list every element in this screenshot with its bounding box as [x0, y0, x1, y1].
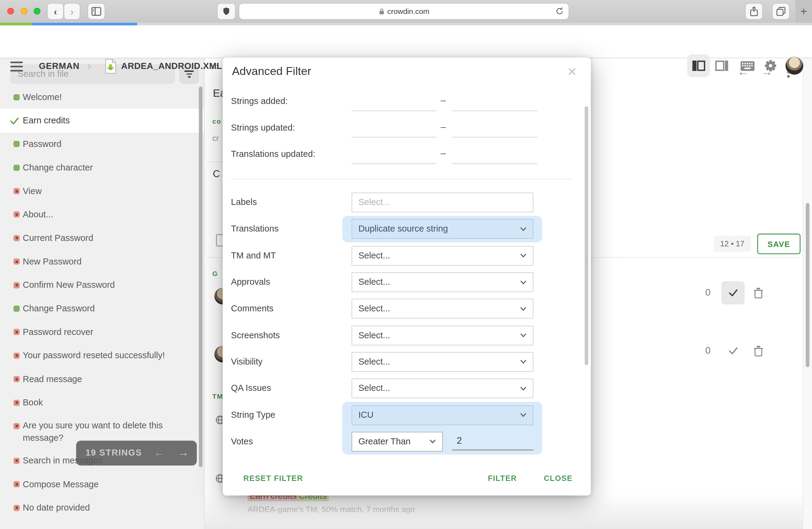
gear-icon	[764, 59, 778, 73]
progress-segment-blue	[32, 23, 137, 25]
range-dash: –	[441, 95, 446, 106]
status-bullet-icon	[14, 352, 20, 359]
main-scrollbar-thumb[interactable]	[806, 203, 809, 367]
filter-select[interactable]: Select...	[352, 379, 533, 398]
approve-button[interactable]	[721, 281, 744, 304]
date-range-label: Strings added:	[231, 97, 288, 107]
window-zoom-button[interactable]	[33, 8, 40, 15]
list-item[interactable]: Confirm New Password	[0, 274, 204, 297]
list-item-label: Welcome!	[23, 86, 62, 108]
list-item[interactable]: New Password	[0, 250, 204, 274]
settings-button[interactable]	[759, 55, 782, 77]
window-close-button[interactable]	[7, 8, 14, 15]
filter-select[interactable]: Select...	[352, 299, 533, 319]
chevron-down-icon	[520, 360, 527, 364]
approve-button[interactable]	[721, 339, 744, 363]
modal-title: Advanced Filter	[232, 65, 311, 78]
progress-segment-green	[0, 23, 32, 25]
sidebar-scrollbar[interactable]	[199, 86, 203, 467]
list-item-label: Current Password	[23, 227, 93, 250]
list-item[interactable]: About...	[0, 203, 204, 226]
modal-close-icon[interactable]: ×	[567, 64, 577, 79]
user-avatar[interactable]	[786, 57, 803, 74]
filter-row-label: Labels	[231, 197, 257, 208]
filter-row: VisibilitySelect...	[223, 349, 591, 375]
list-item[interactable]: Read message	[0, 368, 204, 391]
delete-button[interactable]	[753, 287, 764, 299]
close-button[interactable]: CLOSE	[544, 474, 572, 483]
window-minimize-button[interactable]	[21, 8, 28, 15]
list-item[interactable]: Your password reseted successfully!	[0, 344, 204, 368]
save-button[interactable]: SAVE	[757, 234, 800, 254]
refresh-button[interactable]	[555, 6, 565, 16]
keyboard-icon	[740, 61, 754, 71]
filter-row-label: Comments	[231, 304, 274, 314]
date-to-input[interactable]	[452, 145, 537, 164]
delete-button[interactable]	[753, 345, 764, 357]
list-item[interactable]: Password	[0, 132, 204, 156]
tabs-overview-button[interactable]	[773, 4, 789, 19]
next-string-arrow-icon[interactable]: →	[178, 447, 189, 458]
translation-row: 0	[702, 281, 800, 304]
filter-select[interactable]: Select...	[352, 326, 533, 345]
previous-string-arrow-icon[interactable]: ←	[154, 447, 165, 458]
filter-control-zone: Select...	[342, 189, 542, 216]
back-chevron-icon: ‹	[54, 6, 57, 16]
vote-count: 0	[702, 288, 714, 298]
list-item[interactable]: Current Password	[0, 226, 204, 250]
breadcrumb-language[interactable]: GERMAN	[39, 61, 79, 71]
keyboard-shortcuts-button[interactable]	[736, 55, 758, 77]
modal-scrollbar[interactable]	[585, 106, 588, 365]
filter-select[interactable]: Select...	[352, 246, 533, 265]
status-bullet-icon	[14, 458, 20, 464]
list-item[interactable]: Earn credits	[0, 109, 204, 132]
votes-value-input[interactable]: 2	[452, 433, 533, 451]
date-to-input[interactable]	[452, 93, 537, 112]
breadcrumb-file-name[interactable]: ARDEA_ANDROID.XML	[121, 61, 222, 71]
browser-back-button[interactable]: ‹	[48, 4, 63, 19]
list-item[interactable]: Welcome!	[0, 86, 204, 109]
filter-select[interactable]: Select...	[352, 352, 533, 372]
url-bar[interactable]: crowdin.com	[239, 4, 568, 19]
list-item[interactable]: Book	[0, 391, 204, 414]
list-item[interactable]: View	[0, 179, 204, 203]
list-item-label: Change character	[23, 157, 92, 179]
range-dash: –	[441, 121, 446, 132]
list-item[interactable]: No date provided	[0, 496, 204, 520]
select-value: ICU	[358, 410, 373, 420]
layout-side-by-side-button[interactable]	[687, 55, 710, 77]
share-button[interactable]	[746, 4, 763, 19]
browser-sidebar-button[interactable]	[88, 4, 105, 19]
new-tab-button[interactable]: +	[795, 0, 812, 23]
share-icon	[748, 6, 760, 17]
date-from-input[interactable]	[352, 119, 436, 138]
date-range-label: Translations updated:	[231, 149, 315, 159]
filter-button[interactable]: FILTER	[488, 474, 517, 483]
filter-select[interactable]: Select...	[352, 273, 533, 292]
date-from-input[interactable]	[352, 93, 436, 112]
modal-footer: RESET FILTER FILTER CLOSE	[223, 461, 591, 496]
list-item-label: Confirm New Password	[23, 274, 115, 296]
votes-row: VotesGreater Than2	[223, 428, 591, 455]
browser-forward-button[interactable]: ›	[64, 4, 79, 19]
filter-select[interactable]: Duplicate source string	[352, 219, 533, 239]
status-bullet-icon	[14, 376, 20, 382]
privacy-shield-button[interactable]	[217, 4, 235, 19]
select-value: Greater Than	[358, 437, 410, 447]
votes-operator-select[interactable]: Greater Than	[352, 432, 443, 451]
reset-filter-button[interactable]: RESET FILTER	[243, 474, 303, 483]
date-from-input[interactable]	[352, 145, 436, 164]
date-to-input[interactable]	[452, 119, 537, 138]
filter-row: TM and MTSelect...	[223, 243, 591, 269]
list-item[interactable]: Password recover	[0, 320, 204, 344]
labels-select-input[interactable]: Select...	[352, 193, 533, 212]
sidebar-toggle-icon	[90, 5, 102, 17]
list-item-label: Compose Message	[23, 473, 99, 496]
filter-control-zone: Select...	[342, 349, 542, 375]
filter-select[interactable]: ICU	[352, 405, 533, 425]
layout-right-panel-button[interactable]	[710, 55, 733, 77]
list-item[interactable]: Compose Message	[0, 473, 204, 496]
select-value: Select...	[358, 277, 390, 288]
list-item[interactable]: Change character	[0, 156, 204, 179]
list-item[interactable]: Change Password	[0, 297, 204, 320]
